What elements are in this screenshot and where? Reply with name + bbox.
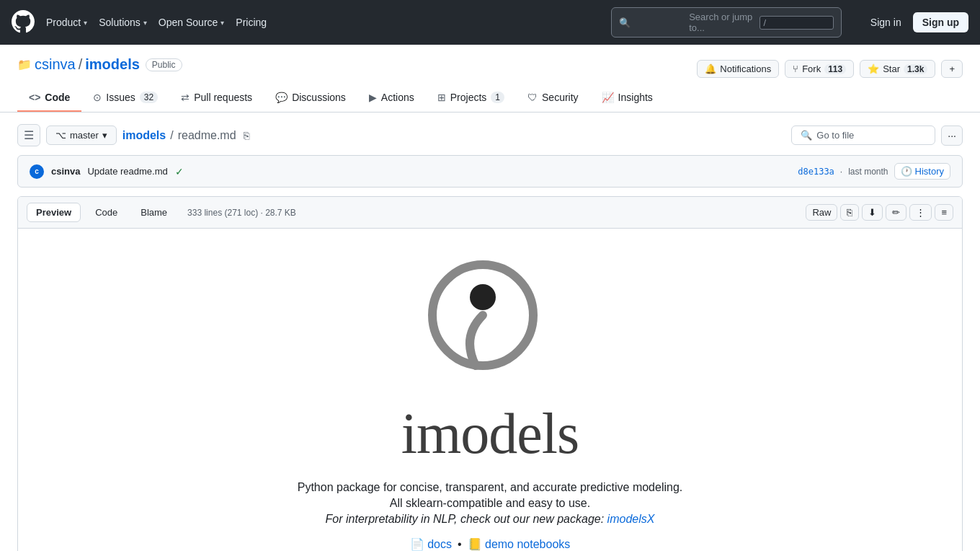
tab-pull-requests[interactable]: ⇄ Pull requests xyxy=(169,84,264,112)
commit-row: c csinva Update readme.md ✓ d8e133a · la… xyxy=(17,155,963,188)
branch-icon: ⌥ xyxy=(55,130,66,141)
list-button[interactable]: ≡ xyxy=(935,204,953,221)
history-icon: 🕐 xyxy=(901,166,912,177)
copy-path-button[interactable]: ⎘ xyxy=(244,130,249,141)
tab-security[interactable]: 🛡 Security xyxy=(516,84,590,112)
repo-name[interactable]: imodels xyxy=(85,56,140,73)
commit-meta: d8e133a · last month 🕐 History xyxy=(798,163,950,180)
readme-title: imodels xyxy=(76,401,904,467)
readme-desc1: Python package for concise, transparent,… xyxy=(76,481,904,494)
nav-item-solutions[interactable]: Solutions ▾ xyxy=(99,14,147,31)
visibility-badge: Public xyxy=(146,58,182,71)
add-star-button[interactable]: + xyxy=(941,60,963,78)
demo-link[interactable]: 📒 demo notebooks xyxy=(468,537,571,551)
file-view-header: Preview Code Blame 333 lines (271 loc) ·… xyxy=(18,197,962,229)
nav-item-open-source[interactable]: Open Source ▾ xyxy=(159,14,225,31)
file-header: ☰ ⌥ master ▾ imodels / readme.md ⎘ 🔍 Go … xyxy=(17,124,963,146)
download-button[interactable]: ⬇ xyxy=(862,204,883,221)
chevron-down-icon: ▾ xyxy=(102,130,107,141)
bell-icon: 🔔 xyxy=(705,63,716,74)
search-shortcut: / xyxy=(760,16,834,30)
file-content-area: ☰ ⌥ master ▾ imodels / readme.md ⎘ 🔍 Go … xyxy=(0,113,980,551)
discussion-icon: 💬 xyxy=(275,92,288,103)
file-view: Preview Code Blame 333 lines (271 loc) ·… xyxy=(17,196,963,551)
repo-tabs: <> Code ⊙ Issues 32 ⇄ Pull requests 💬 Di… xyxy=(17,84,963,112)
code-icon: <> xyxy=(29,92,40,103)
sign-in-button[interactable]: Sign in xyxy=(865,14,907,31)
breadcrumb: 📁 csinva / imodels Public xyxy=(17,56,182,73)
check-icon: ✓ xyxy=(175,166,184,177)
insights-icon: 📈 xyxy=(602,92,614,103)
breadcrumb-file: readme.md xyxy=(178,129,236,142)
repo-breadcrumb-row: 📁 csinva / imodels Public 🔔 Notification… xyxy=(17,56,963,81)
repo-owner[interactable]: csinva xyxy=(35,56,76,73)
commit-hash[interactable]: d8e133a xyxy=(798,167,834,177)
search-icon: 🔍 xyxy=(619,17,685,28)
imodels-logo xyxy=(76,257,904,389)
view-tab-preview[interactable]: Preview xyxy=(27,203,81,222)
actions-icon: ▶ xyxy=(369,92,377,103)
commit-author[interactable]: csinva xyxy=(51,166,80,177)
readme-content: imodels Python package for concise, tran… xyxy=(18,229,962,551)
repo-actions: 🔔 Notifications ⑂ Fork 113 ⭐ Star 1.3k + xyxy=(697,60,963,78)
issue-icon: ⊙ xyxy=(93,92,102,103)
chevron-down-icon: ▾ xyxy=(143,19,147,27)
search-bar[interactable]: 🔍 Search or jump to... / xyxy=(611,7,842,38)
branch-selector[interactable]: ⌥ master ▾ xyxy=(46,125,117,145)
file-stats: 333 lines (271 loc) · 28.7 KB xyxy=(187,208,296,218)
raw-button[interactable]: Raw xyxy=(806,204,837,221)
svg-point-1 xyxy=(470,284,496,310)
edit-button[interactable]: ✏ xyxy=(886,204,906,221)
file-breadcrumb: imodels / readme.md ⎘ xyxy=(122,129,249,142)
github-logo[interactable] xyxy=(12,10,35,35)
projects-icon: ⊞ xyxy=(437,92,446,103)
docs-link[interactable]: 📄 docs xyxy=(410,537,452,551)
pr-icon: ⇄ xyxy=(181,92,190,103)
readme-links: 📄 docs • 📒 demo notebooks xyxy=(76,537,904,551)
history-button[interactable]: 🕐 History xyxy=(894,163,950,180)
nav-auth-section: Sign in Sign up xyxy=(865,12,968,32)
tab-code[interactable]: <> Code xyxy=(17,84,81,112)
tab-actions[interactable]: ▶ Actions xyxy=(357,84,426,112)
imodelsx-link[interactable]: imodelsX xyxy=(607,513,655,525)
chevron-down-icon: ▾ xyxy=(220,19,224,27)
fork-button[interactable]: ⑂ Fork 113 xyxy=(785,60,854,78)
sidebar-toggle-button[interactable]: ☰ xyxy=(17,124,40,146)
nav-item-pricing[interactable]: Pricing xyxy=(236,14,267,31)
commit-time: last month xyxy=(848,167,888,177)
tab-insights[interactable]: 📈 Insights xyxy=(590,84,664,112)
breadcrumb-repo[interactable]: imodels xyxy=(122,129,166,142)
tab-discussions[interactable]: 💬 Discussions xyxy=(264,84,357,112)
readme-desc2: All sklearn-compatible and easy to use. xyxy=(76,497,904,510)
more-options-button[interactable]: ··· xyxy=(941,125,963,146)
view-tab-blame[interactable]: Blame xyxy=(132,203,176,221)
commit-message: Update readme.md xyxy=(87,166,167,177)
notifications-button[interactable]: 🔔 Notifications xyxy=(697,60,779,78)
copy-button[interactable]: ⎘ xyxy=(840,204,859,221)
nav-item-product[interactable]: Product ▾ xyxy=(46,14,87,31)
avatar: c xyxy=(30,164,44,179)
options-button[interactable]: ⋮ xyxy=(909,204,932,221)
search-icon: 🔍 xyxy=(801,130,812,141)
readme-desc3: For interpretability in NLP, check out o… xyxy=(76,513,904,526)
repo-icon: 📁 xyxy=(17,58,32,71)
go-to-file-button[interactable]: 🔍 Go to file xyxy=(791,125,935,145)
shield-icon: 🛡 xyxy=(527,92,538,103)
sign-up-button[interactable]: Sign up xyxy=(913,12,968,32)
top-navigation: Product ▾ Solutions ▾ Open Source ▾ Pric… xyxy=(0,0,980,45)
chevron-down-icon: ▾ xyxy=(84,19,87,27)
star-icon: ⭐ xyxy=(868,63,879,74)
tab-issues[interactable]: ⊙ Issues 32 xyxy=(81,84,169,112)
view-tab-code[interactable]: Code xyxy=(86,203,126,221)
fork-icon: ⑂ xyxy=(793,63,798,74)
file-actions: Raw ⎘ ⬇ ✏ ⋮ ≡ xyxy=(806,204,953,221)
tab-projects[interactable]: ⊞ Projects 1 xyxy=(426,84,516,112)
star-button[interactable]: ⭐ Star 1.3k xyxy=(860,60,935,78)
repo-header: 📁 csinva / imodels Public 🔔 Notification… xyxy=(0,45,980,113)
